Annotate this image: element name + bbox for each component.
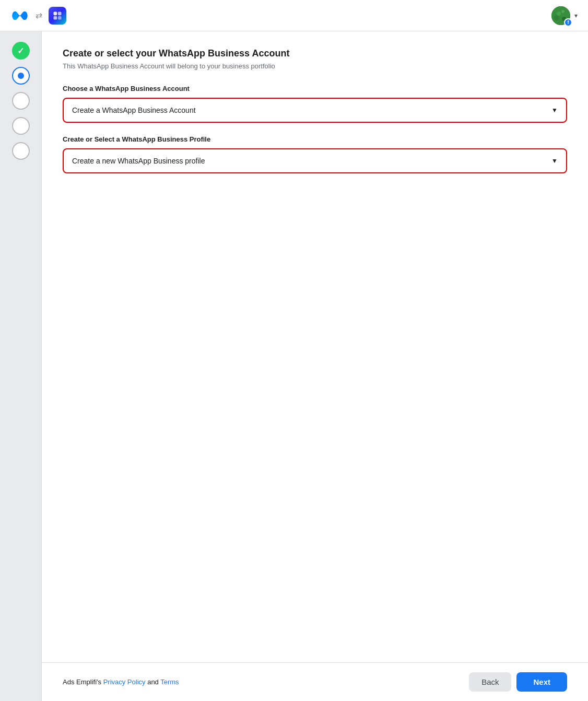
check-icon: ✓: [17, 46, 24, 56]
svg-point-8: [561, 10, 565, 13]
footer-buttons: Back Next: [469, 672, 567, 692]
svg-rect-3: [58, 11, 62, 15]
page-subtitle: This WhatsApp Business Account will belo…: [63, 62, 567, 70]
svg-rect-4: [54, 16, 57, 19]
step-3-circle: [12, 92, 30, 110]
facebook-badge: f: [564, 18, 572, 27]
section2-label: Create or Select a WhatsApp Business Pro…: [63, 135, 567, 143]
account-dropdown-container: Create a WhatsApp Business Account ▼: [64, 99, 566, 122]
main-layout: ✓ Create or select your WhatsApp Busines…: [0, 31, 588, 701]
sidebar: ✓: [0, 31, 42, 701]
meta-logo-icon: [10, 10, 29, 21]
navbar: ⇄ f ▾: [0, 0, 588, 31]
account-dropdown-arrow[interactable]: ▾: [574, 12, 578, 19]
content-footer: Ads Emplifi's Privacy Policy and Terms B…: [42, 662, 588, 701]
avatar: f: [551, 6, 570, 25]
account-dropdown-wrapper: Create a WhatsApp Business Account ▼: [63, 98, 567, 123]
footer-conjunction: and: [146, 678, 161, 686]
refresh-icon[interactable]: ⇄: [36, 10, 42, 20]
svg-point-0: [13, 11, 18, 19]
content-area: Create or select your WhatsApp Business …: [42, 31, 588, 701]
svg-point-1: [22, 11, 27, 19]
active-dot: [18, 73, 24, 79]
step-5-circle: [12, 142, 30, 160]
svg-rect-5: [58, 16, 62, 19]
privacy-policy-link[interactable]: Privacy Policy: [103, 678, 146, 686]
content-body: Create or select your WhatsApp Business …: [42, 31, 588, 662]
navbar-right: f ▾: [551, 6, 578, 25]
profile-dropdown[interactable]: Create a new WhatsApp Business profile: [64, 149, 566, 172]
profile-dropdown-wrapper: Create a new WhatsApp Business profile ▼: [63, 148, 567, 173]
next-button[interactable]: Next: [516, 672, 567, 692]
account-dropdown[interactable]: Create a WhatsApp Business Account: [64, 99, 566, 122]
back-button[interactable]: Back: [469, 672, 511, 692]
section1-label: Choose a WhatsApp Business Account: [63, 85, 567, 92]
footer-text: Ads Emplifi's Privacy Policy and Terms: [63, 678, 179, 686]
step-1-circle: ✓: [12, 42, 30, 60]
footer-prefix: Ads Emplifi's: [63, 678, 103, 686]
step-2-circle: [12, 67, 30, 85]
svg-rect-2: [54, 11, 57, 15]
profile-dropdown-container: Create a new WhatsApp Business profile ▼: [64, 149, 566, 172]
terms-link[interactable]: Terms: [160, 678, 179, 686]
avatar-wrapper[interactable]: f: [551, 6, 570, 25]
navbar-left: ⇄: [10, 7, 66, 25]
step-4-circle: [12, 117, 30, 135]
svg-point-9: [554, 15, 559, 20]
svg-point-7: [557, 11, 561, 16]
plugin-icon: [49, 7, 66, 25]
page-title: Create or select your WhatsApp Business …: [63, 48, 567, 59]
